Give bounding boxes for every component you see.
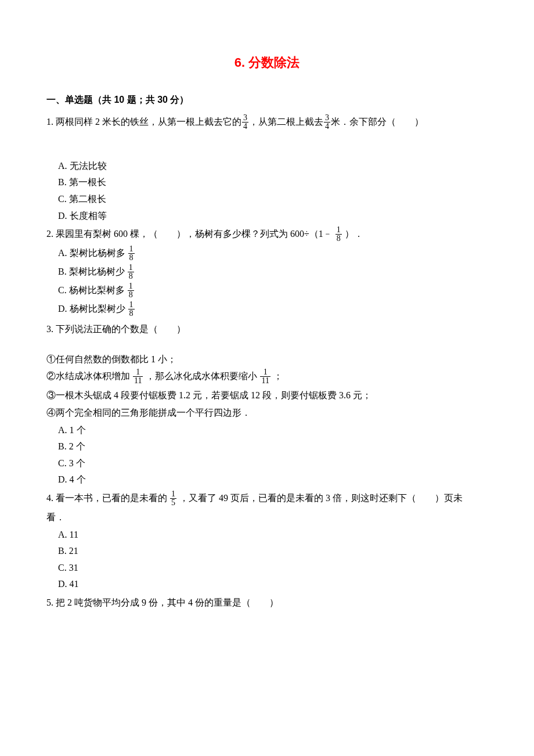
- q3-statement-4: ④两个完全相同的三角形能拼成一个平行四边形．: [46, 405, 488, 420]
- q2-stem-a: 2. 果园里有梨树 600 棵，（ ），杨树有多少棵？列式为 600÷（1﹣: [46, 229, 335, 239]
- q1-option-c: C. 第二根长: [58, 192, 488, 207]
- question-2: 2. 果园里有梨树 600 棵，（ ），杨树有多少棵？列式为 600÷（1﹣ 1…: [46, 226, 488, 318]
- q3-statement-1: ①任何自然数的倒数都比 1 小；: [46, 352, 488, 367]
- fraction-1-8: 18: [128, 282, 134, 299]
- question-5: 5. 把 2 吨货物平均分成 9 份，其中 4 份的重量是（ ）: [46, 595, 488, 610]
- q4-option-d: D. 41: [58, 577, 488, 592]
- q1-stem-c: 米．余下部分（ ）: [331, 117, 424, 127]
- q2-option-c: C. 杨树比梨树多 18: [58, 283, 488, 300]
- fraction-1-11: 111: [260, 368, 270, 385]
- q2-option-d: D. 杨树比梨树少 18: [58, 301, 488, 318]
- q2-option-b: B. 梨树比杨树少 18: [58, 264, 488, 281]
- fraction-3-4: 34: [242, 114, 248, 131]
- q4-option-a: A. 11: [58, 527, 488, 542]
- question-4: 4. 看一本书，已看的是未看的 15 ，又看了 49 页后，已看的是未看的 3 …: [46, 491, 488, 592]
- question-1: 1. 两根同样 2 米长的铁丝，从第一根上截去它的34，从第二根上截去34米．余…: [46, 114, 488, 223]
- q1-option-a: A. 无法比较: [58, 159, 488, 174]
- fraction-1-8: 18: [335, 226, 342, 243]
- q5-stem: 5. 把 2 吨货物平均分成 9 份，其中 4 份的重量是（ ）: [46, 595, 488, 610]
- fraction-1-8: 18: [128, 264, 134, 280]
- q3-stem: 3. 下列说法正确的个数是（ ）: [46, 322, 488, 337]
- q4-stem-b: ，又看了 49 页后，已看的是未看的 3 倍，则这时还剩下（ ）页未: [177, 493, 463, 503]
- fraction-1-8: 18: [128, 245, 135, 262]
- section-header: 一、单选题（共 10 题；共 30 分）: [46, 92, 488, 107]
- fraction-1-11: 111: [133, 368, 143, 385]
- q3-option-a: A. 1 个: [58, 423, 488, 438]
- q1-option-d: D. 长度相等: [58, 208, 488, 224]
- q3-option-b: B. 2 个: [58, 439, 488, 454]
- q1-stem-b: ，从第二根上截去: [249, 117, 323, 127]
- q4-stem-c: 看．: [46, 510, 488, 525]
- q4-stem-a: 4. 看一本书，已看的是未看的: [46, 493, 169, 503]
- q3-option-d: D. 4 个: [58, 472, 488, 487]
- q2-stem-b: ）．: [342, 229, 363, 239]
- q2-option-a: A. 梨树比杨树多 18: [58, 246, 488, 262]
- q3-statement-2: ②水结成冰体积增加 111 ，那么冰化成水体积要缩小 111 ；: [46, 369, 488, 386]
- q4-option-b: B. 21: [58, 543, 488, 559]
- chapter-title: 6. 分数除法: [46, 52, 488, 73]
- q1-option-b: B. 第一根长: [58, 175, 488, 190]
- q3-statement-3: ③一根木头锯成 4 段要付锯板费 1.2 元，若要锯成 12 段，则要付锯板费 …: [46, 388, 488, 403]
- q4-option-c: C. 31: [58, 560, 488, 575]
- fraction-1-5: 15: [170, 490, 176, 507]
- q1-stem-a: 1. 两根同样 2 米长的铁丝，从第一根上截去它的: [46, 117, 241, 127]
- fraction-1-8: 18: [128, 301, 135, 318]
- question-3: 3. 下列说法正确的个数是（ ） ①任何自然数的倒数都比 1 小； ②水结成冰体…: [46, 322, 488, 487]
- q3-option-c: C. 3 个: [58, 456, 488, 471]
- fraction-3-4: 34: [324, 114, 330, 131]
